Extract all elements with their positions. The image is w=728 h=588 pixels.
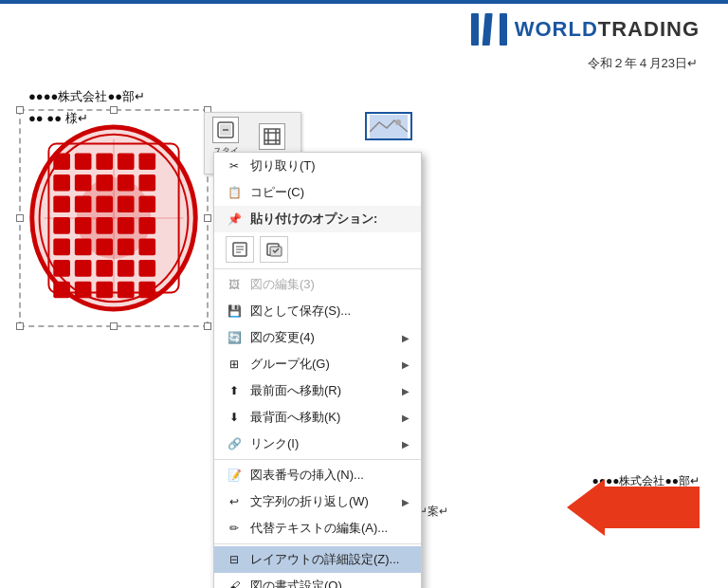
- logo-world: WORLD: [515, 17, 598, 41]
- send-back-arrow: ▶: [402, 413, 410, 423]
- svg-rect-22: [53, 217, 70, 234]
- menu-save-as[interactable]: 💾 図として保存(S)...: [214, 298, 421, 324]
- menu-bring-front[interactable]: ⬆ 最前面へ移動(R) ▶: [214, 377, 421, 404]
- style-icon: [212, 117, 239, 143]
- image-format-icon: 🖌: [226, 578, 243, 588]
- svg-point-56: [395, 119, 401, 125]
- svg-rect-40: [118, 282, 135, 299]
- svg-rect-0: [471, 13, 479, 46]
- menu-link-label: リンク(I): [250, 435, 299, 452]
- separator-3: [214, 543, 421, 544]
- arrow-container: [567, 479, 700, 536]
- paste-icon-1[interactable]: [226, 236, 254, 263]
- handle-bc: [110, 322, 118, 330]
- menu-cut[interactable]: ✂ 切り取り(T): [214, 153, 421, 179]
- document: WORLDTRADING 令和２年４月23日↵ ●●●●株式会社●●部↵ ●● …: [0, 0, 728, 588]
- trim-icon: [259, 123, 285, 150]
- menu-link[interactable]: 🔗 リンク(I) ▶: [214, 431, 421, 457]
- seal-image[interactable]: [21, 111, 207, 325]
- menu-edit-image[interactable]: 🖼 図の編集(3): [214, 271, 421, 298]
- handle-ml: [16, 214, 24, 222]
- menu-copy[interactable]: 📋 コピー(C): [214, 179, 421, 206]
- svg-rect-10: [118, 153, 135, 170]
- change-image-icon: 🔄: [226, 329, 243, 346]
- menu-send-back[interactable]: ⬇ 最背面へ移動(K) ▶: [214, 404, 421, 431]
- arrow-body: [605, 487, 700, 528]
- svg-rect-12: [53, 175, 70, 192]
- svg-rect-27: [53, 239, 70, 256]
- text-wrap-arrow: ▶: [402, 497, 410, 507]
- company-name-line1: ●●●●株式会社●●部↵: [28, 85, 145, 107]
- menu-bring-front-label: 最前面へ移動(R): [250, 382, 341, 399]
- logo-trading: TRADING: [598, 17, 700, 41]
- copy-icon: 📋: [226, 184, 243, 201]
- menu-edit-image-label: 図の編集(3): [250, 276, 315, 293]
- paste-icon-2[interactable]: [260, 236, 288, 263]
- menu-send-back-label: 最背面へ移動(K): [250, 409, 340, 426]
- top-border: [0, 0, 728, 4]
- menu-alt-text-label: 代替テキストの編集(A)...: [250, 520, 388, 537]
- svg-rect-34: [96, 260, 113, 277]
- menu-alt-text[interactable]: ✏ 代替テキストの編集(A)...: [214, 515, 421, 542]
- menu-insert-caption[interactable]: 📝 図表番号の挿入(N)...: [214, 462, 421, 488]
- handle-tc: [110, 106, 118, 114]
- svg-rect-17: [53, 195, 70, 212]
- svg-rect-33: [75, 260, 92, 277]
- svg-rect-11: [138, 153, 155, 170]
- menu-paste-header: 📌 貼り付けのオプション:: [214, 206, 421, 232]
- handle-mr: [204, 214, 211, 222]
- menu-group[interactable]: ⊞ グループ化(G) ▶: [214, 351, 421, 377]
- menu-paste-header-label: 貼り付けのオプション:: [250, 211, 377, 228]
- menu-text-wrap[interactable]: ↩ 文字列の折り返し(W) ▶: [214, 488, 421, 515]
- menu-change-image[interactable]: 🔄 図の変更(4) ▶: [214, 324, 421, 351]
- group-arrow: ▶: [402, 359, 410, 370]
- layout-icon: ⊟: [226, 551, 243, 568]
- placeholder-icon: [370, 115, 408, 138]
- svg-rect-39: [96, 282, 113, 299]
- context-menu: ✂ 切り取り(T) 📋 コピー(C) 📌 貼り付けのオプション: 🖼 図の編集(…: [213, 152, 422, 588]
- svg-rect-36: [138, 260, 155, 277]
- link-arrow: ▶: [402, 439, 410, 450]
- svg-rect-32: [53, 260, 70, 277]
- svg-rect-38: [75, 282, 92, 299]
- alt-text-icon: ✏: [226, 520, 243, 537]
- image-placeholder[interactable]: [365, 112, 412, 140]
- handle-bl: [16, 322, 24, 330]
- menu-image-format[interactable]: 🖌 図の書式設定(O)...: [214, 573, 421, 588]
- bring-front-icon: ⬆: [226, 382, 243, 399]
- separator-2: [214, 459, 421, 460]
- handle-br: [204, 322, 211, 330]
- logo-area: WORLDTRADING: [469, 9, 700, 49]
- link-icon: 🔗: [226, 435, 243, 452]
- svg-rect-9: [96, 153, 113, 170]
- menu-layout-label: レイアウトの詳細設定(Z)...: [250, 551, 399, 568]
- handle-tl: [16, 106, 24, 114]
- logo-text: WORLDTRADING: [515, 17, 700, 42]
- menu-change-image-label: 図の変更(4): [250, 329, 315, 346]
- menu-insert-caption-label: 図表番号の挿入(N)...: [250, 467, 364, 484]
- menu-cut-label: 切り取り(T): [250, 157, 316, 175]
- send-back-icon: ⬇: [226, 409, 243, 426]
- logo-w-svg: [469, 9, 509, 49]
- menu-save-as-label: 図として保存(S)...: [250, 303, 351, 320]
- menu-text-wrap-label: 文字列の折り返し(W): [250, 493, 369, 510]
- svg-rect-8: [75, 153, 92, 170]
- text-wrap-icon: ↩: [226, 493, 243, 510]
- svg-rect-35: [118, 260, 135, 277]
- menu-image-format-label: 図の書式設定(O)...: [250, 578, 353, 588]
- save-as-icon: 💾: [226, 303, 243, 320]
- insert-caption-icon: 📝: [226, 467, 243, 484]
- cut-icon: ✂: [226, 157, 243, 175]
- paste-options-row: [214, 232, 421, 266]
- bring-front-arrow: ▶: [402, 386, 410, 396]
- menu-copy-label: コピー(C): [250, 184, 304, 201]
- logo-icon: [469, 9, 509, 49]
- svg-rect-2: [482, 13, 492, 46]
- menu-group-label: グループ化(G): [250, 356, 330, 373]
- seal-container[interactable]: [19, 109, 209, 327]
- edit-image-icon: 🖼: [226, 276, 243, 293]
- svg-rect-3: [500, 13, 507, 46]
- menu-layout[interactable]: ⊟ レイアウトの詳細設定(Z)...: [214, 546, 421, 573]
- svg-rect-50: [264, 129, 280, 144]
- arrow-head-left: [567, 479, 605, 536]
